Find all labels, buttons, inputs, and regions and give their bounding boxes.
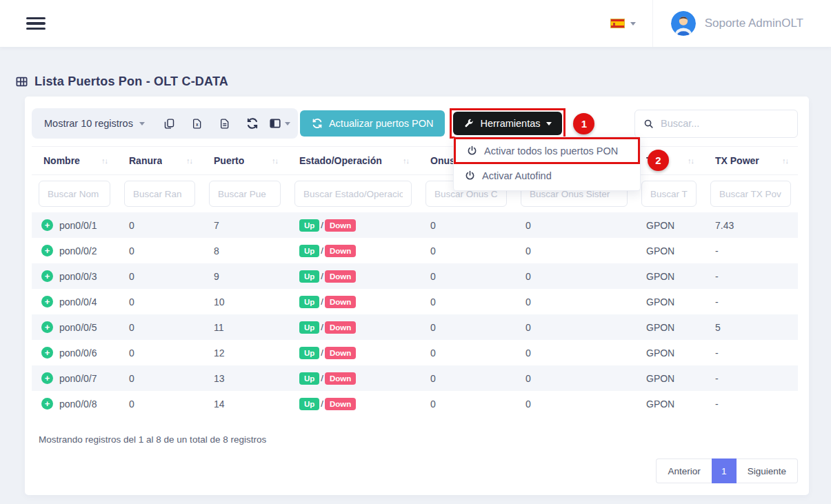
pagination-next-button[interactable]: Siguiente bbox=[737, 458, 798, 483]
column-header[interactable]: Nombre ↑↓ bbox=[32, 147, 117, 174]
status-up-badge: Up bbox=[299, 398, 319, 410]
chevron-down-icon bbox=[139, 122, 145, 125]
column-header[interactable]: TX Power ↑↓ bbox=[703, 147, 798, 174]
sort-icon[interactable]: ↑↓ bbox=[403, 157, 409, 165]
status-down-badge: Down bbox=[325, 321, 356, 334]
expand-row-icon[interactable]: + bbox=[41, 372, 53, 384]
tools-dropdown-menu: Activar todos los puertos PON Activar Au… bbox=[453, 137, 641, 191]
column-header-label: TX Power bbox=[715, 155, 759, 166]
cell-ranura: 0 bbox=[117, 373, 202, 384]
top-navbar: Soporte AdminOLT bbox=[0, 0, 831, 47]
search-box[interactable] bbox=[634, 110, 798, 138]
status-up-badge: Up bbox=[299, 321, 319, 334]
expand-row-icon[interactable]: + bbox=[41, 347, 53, 359]
cell-name: pon0/0/6 bbox=[59, 347, 97, 359]
cell-ranura: 0 bbox=[117, 347, 202, 359]
status-separator: / bbox=[321, 220, 323, 230]
column-header[interactable]: Ranura ↑↓ bbox=[117, 147, 202, 174]
cell-onus: 0 bbox=[419, 373, 514, 384]
export-excel-button[interactable]: x bbox=[183, 108, 211, 139]
table-filter-row bbox=[32, 175, 798, 212]
copy-button[interactable] bbox=[156, 108, 183, 139]
table-row: + pon0/0/4 0 10 Up / Down 0 0 GPON - bbox=[32, 289, 798, 314]
language-selector[interactable] bbox=[594, 19, 652, 28]
tools-dropdown-button[interactable]: Herramientas bbox=[453, 112, 562, 135]
menu-item-activate-all-pon-ports[interactable]: Activar todos los puertos PON bbox=[456, 139, 638, 162]
cell-ranura: 0 bbox=[117, 245, 202, 256]
expand-row-icon[interactable]: + bbox=[41, 219, 53, 231]
show-entries-dropdown[interactable]: Mostrar 10 registros bbox=[33, 118, 156, 129]
user-menu[interactable]: Soporte AdminOLT bbox=[653, 11, 812, 36]
column-filter-input[interactable] bbox=[124, 181, 195, 207]
status-separator: / bbox=[321, 296, 323, 307]
export-button-group: Mostrar 10 registros x bbox=[32, 108, 298, 139]
status-up-badge: Up bbox=[299, 372, 319, 385]
table-body: + pon0/0/1 0 7 Up / Down 0 0 GPON 7.43 +… bbox=[32, 212, 798, 416]
pagination-prev-button[interactable]: Anterior bbox=[656, 458, 711, 483]
export-file-button[interactable] bbox=[211, 108, 239, 139]
sort-icon[interactable]: ↑↓ bbox=[272, 157, 278, 165]
expand-row-icon[interactable]: + bbox=[41, 270, 53, 282]
refresh-icon bbox=[312, 118, 323, 129]
search-input[interactable] bbox=[661, 118, 789, 129]
column-filter-input[interactable] bbox=[641, 181, 697, 207]
cell-name: pon0/0/8 bbox=[59, 399, 97, 410]
annotation-rect-1: Herramientas bbox=[450, 108, 565, 139]
pon-ports-table: Nombre ↑↓ Ranura ↑↓ Puerto ↑↓ Estado/Ope… bbox=[32, 146, 798, 416]
hamburger-menu-icon[interactable] bbox=[26, 14, 46, 33]
status-down-badge: Down bbox=[325, 398, 356, 410]
cell-tipo: GPON bbox=[634, 220, 703, 231]
table-toolbar: Mostrar 10 registros x bbox=[32, 108, 798, 139]
cell-puerto: 11 bbox=[202, 322, 288, 333]
cell-name: pon0/0/4 bbox=[59, 296, 97, 308]
sort-icon[interactable]: ↑↓ bbox=[101, 157, 108, 165]
wrench-icon bbox=[463, 119, 474, 129]
cell-tx-power: 7.43 bbox=[703, 220, 798, 231]
status-separator: / bbox=[321, 271, 323, 281]
status-down-badge: Down bbox=[325, 296, 356, 308]
column-filter-input[interactable] bbox=[39, 181, 110, 207]
copy-icon bbox=[163, 118, 175, 130]
status-separator: / bbox=[321, 245, 323, 256]
column-filter-input[interactable] bbox=[209, 181, 281, 207]
ports-card: Mostrar 10 registros x bbox=[25, 97, 809, 495]
column-visibility-button[interactable] bbox=[266, 108, 294, 139]
expand-row-icon[interactable]: + bbox=[41, 321, 53, 333]
refresh-pon-ports-button[interactable]: Actualizar puertos PON bbox=[300, 110, 445, 137]
reload-table-button[interactable] bbox=[239, 108, 266, 139]
menu-item-activate-autofind[interactable]: Activar Autofind bbox=[454, 164, 640, 187]
table-row: + pon0/0/2 0 8 Up / Down 0 0 GPON - bbox=[32, 238, 798, 263]
cell-name: pon0/0/5 bbox=[59, 322, 97, 333]
table-row: + pon0/0/3 0 9 Up / Down 0 0 GPON - bbox=[32, 263, 798, 289]
cell-puerto: 7 bbox=[202, 220, 288, 231]
expand-row-icon[interactable]: + bbox=[41, 296, 53, 308]
table-row: + pon0/0/6 0 12 Up / Down 0 0 GPON - bbox=[32, 340, 798, 365]
sort-icon[interactable]: ↑↓ bbox=[688, 157, 694, 165]
column-header[interactable]: Puerto ↑↓ bbox=[202, 147, 288, 174]
expand-row-icon[interactable]: + bbox=[41, 245, 53, 256]
column-header[interactable]: Estado/Operación ↑↓ bbox=[288, 147, 419, 174]
cell-puerto: 13 bbox=[202, 373, 288, 384]
table-row: + pon0/0/7 0 13 Up / Down 0 0 GPON - bbox=[32, 365, 798, 391]
cell-onus-sister: 0 bbox=[514, 373, 634, 384]
user-name: Soporte AdminOLT bbox=[705, 17, 803, 30]
sort-icon[interactable]: ↑↓ bbox=[782, 157, 788, 165]
cell-ranura: 0 bbox=[117, 296, 202, 308]
column-header-label: Puerto bbox=[214, 155, 244, 166]
cell-name: pon0/0/2 bbox=[59, 245, 97, 256]
pagination-page-1-button[interactable]: 1 bbox=[712, 458, 737, 483]
cell-tipo: GPON bbox=[634, 245, 703, 256]
cell-puerto: 10 bbox=[202, 296, 288, 308]
column-header[interactable]: Tipo ↑↓ bbox=[634, 147, 703, 174]
cell-ranura: 0 bbox=[117, 399, 202, 410]
status-down-badge: Down bbox=[325, 245, 356, 257]
cell-ranura: 0 bbox=[117, 322, 202, 333]
column-filter-input[interactable] bbox=[294, 181, 412, 207]
table-header-row: Nombre ↑↓ Ranura ↑↓ Puerto ↑↓ Estado/Ope… bbox=[32, 146, 798, 175]
column-filter-input[interactable] bbox=[710, 181, 791, 207]
cell-puerto: 12 bbox=[202, 347, 288, 359]
cell-onus: 0 bbox=[419, 245, 514, 256]
annotation-badge-2: 2 bbox=[648, 150, 669, 171]
sort-icon[interactable]: ↑↓ bbox=[186, 157, 192, 165]
expand-row-icon[interactable]: + bbox=[41, 398, 53, 410]
